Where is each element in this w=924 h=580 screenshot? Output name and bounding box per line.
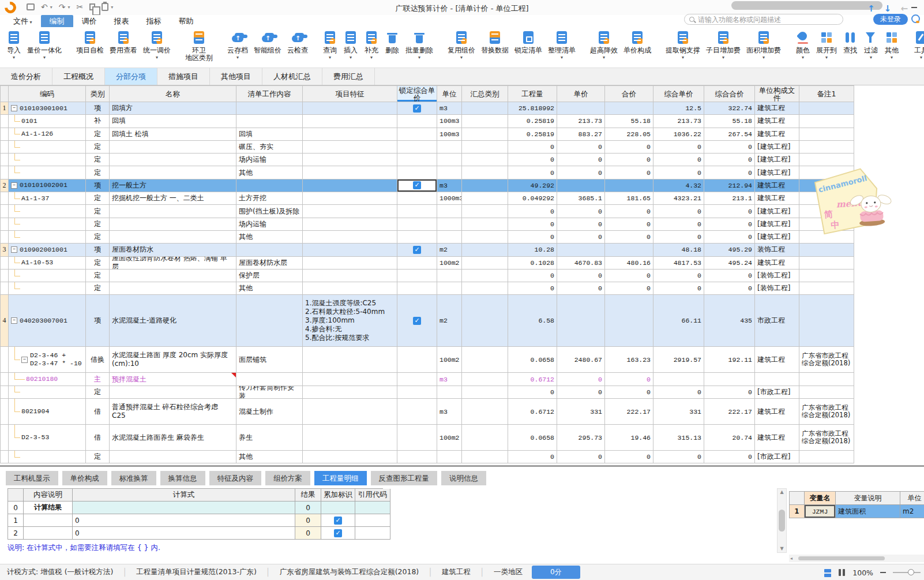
cell-quantity[interactable]: 0 <box>508 166 557 179</box>
cell-work-content[interactable]: 其他 <box>236 451 303 463</box>
toolbar-button-organize-list[interactable]: 整理清单▾ <box>545 30 579 60</box>
cell-summary-category[interactable] <box>462 141 508 154</box>
cell-type[interactable]: 借 <box>86 425 110 451</box>
move-down-icon[interactable]: ↓ <box>884 3 892 14</box>
cell-work-content[interactable]: 其他 <box>236 166 303 179</box>
toolbar-button-quantity-price-integration[interactable]: 量价一体化▾ <box>24 30 65 60</box>
tab-其他项目[interactable]: 其他项目 <box>210 68 262 85</box>
cell-code[interactable] <box>9 205 86 218</box>
cell-work-content[interactable]: 混凝土制作 <box>236 399 303 425</box>
cell-composition-file[interactable]: [建筑工程] <box>755 141 799 154</box>
cell-reference-code[interactable] <box>355 502 390 514</box>
cell-feature[interactable]: 1.混凝土强度等级:C25 2.石料最大粒径:5-40mm 3.厚度:100mm… <box>303 295 397 347</box>
expand-collapse-icon[interactable]: − <box>11 105 17 111</box>
cell-feature[interactable] <box>303 244 397 256</box>
cell-total-price[interactable] <box>605 244 653 256</box>
toolbar-button-extract-steel-support[interactable]: 提取钢支撑▾ <box>663 30 703 60</box>
cell-formula[interactable]: 0 <box>73 514 295 527</box>
cell-unit-price[interactable]: 0 <box>557 386 605 399</box>
cell-quantity[interactable]: 0.0658 <box>508 347 557 373</box>
cell-type[interactable]: 定 <box>86 218 110 231</box>
cell-comp-unit-price[interactable]: 2919.57 <box>653 347 704 373</box>
cell-result[interactable]: 0 <box>295 527 321 540</box>
cell-total-price[interactable]: 222.17 <box>605 399 653 425</box>
column-header-综合单价[interactable]: 综合单价 <box>653 86 704 102</box>
cell-comp-unit-price[interactable]: 48.18 <box>653 244 704 256</box>
cell-comp-total-price[interactable]: 0 <box>704 154 755 166</box>
cell-row-number[interactable] <box>1 282 9 295</box>
cell-summary-category[interactable] <box>462 218 508 231</box>
cell-formula[interactable] <box>73 502 295 514</box>
toolbar-button-cloud-check[interactable]: 云检查 <box>284 30 311 55</box>
cell-work-content[interactable]: 场内运输 <box>236 154 303 166</box>
column-header-工程量[interactable]: 工程量 <box>508 86 557 102</box>
cell-composition-file[interactable]: 建筑工程 <box>755 257 799 270</box>
cell-type[interactable]: 定 <box>86 270 110 282</box>
cell-quantity[interactable]: 0.049292 <box>508 192 557 205</box>
cell-total-price[interactable]: 0 <box>605 205 653 218</box>
tab-人材机汇总[interactable]: 人材机汇总 <box>262 68 322 85</box>
cell-lock-price[interactable] <box>397 205 437 218</box>
cell-composition-file[interactable]: 建筑工程 <box>755 115 799 128</box>
cell-unit[interactable]: m2 <box>437 244 462 256</box>
cell-unit[interactable] <box>437 282 462 295</box>
cell-type[interactable]: 项 <box>86 179 110 192</box>
cell-name[interactable] <box>110 451 236 463</box>
cell-unit-price[interactable]: 4670.83 <box>557 257 605 270</box>
cell-name[interactable] <box>110 386 236 399</box>
cell-composition-file[interactable]: [建筑工程] <box>755 218 799 231</box>
cell-type[interactable]: 定 <box>86 386 110 399</box>
cell-composition-file[interactable]: 建筑工程 <box>755 347 799 373</box>
cell-comp-unit-price[interactable]: 0 <box>653 451 704 463</box>
cell-name[interactable] <box>110 218 236 231</box>
cell-composition-file[interactable]: 建筑工程 <box>755 102 799 115</box>
cell-quantity[interactable]: 0.25819 <box>508 115 557 128</box>
cell-composition-file[interactable]: [建筑工程] <box>755 205 799 218</box>
cell-total-price[interactable]: 0 <box>605 231 653 244</box>
toolbar-button-batch-delete[interactable]: 批量删除▾ <box>403 30 436 60</box>
cell-unit-price[interactable] <box>557 102 605 115</box>
cell-row-number[interactable] <box>1 373 9 386</box>
cell-comp-unit-price[interactable]: 4323.21 <box>653 192 704 205</box>
cell-lock-price[interactable] <box>397 270 437 282</box>
menu-指标[interactable]: 指标 <box>138 15 170 28</box>
cell-name[interactable] <box>110 205 236 218</box>
cell-unit[interactable]: m3 <box>437 179 462 192</box>
cell-row-number[interactable]: 2 <box>8 527 24 540</box>
cell-total-price[interactable]: 0 <box>605 373 653 386</box>
cell-summary-category[interactable] <box>462 257 508 270</box>
cell-row-number[interactable] <box>1 270 9 282</box>
column-header-合价[interactable]: 合价 <box>605 86 653 102</box>
menu-调价[interactable]: 调价 <box>73 15 106 28</box>
cell-code[interactable] <box>9 166 86 179</box>
variable-column-单位[interactable]: 单位 <box>900 492 924 505</box>
cell-composition-file[interactable]: 建筑工程 <box>755 399 799 425</box>
toolbar-button-unit-price-composition[interactable]: 单价构成 <box>621 30 654 55</box>
cell-formula[interactable]: 0 <box>73 527 295 540</box>
column-header-单位构成文件[interactable]: 单位构成文件 <box>755 86 799 102</box>
toolbar-button-replace-data[interactable]: 替换数据 <box>478 30 512 55</box>
cell-feature[interactable] <box>303 179 397 192</box>
cell-name[interactable]: 普通预拌混凝土 碎石粒径综合考虑 C25 <box>110 399 236 425</box>
cell-remark[interactable] <box>799 451 854 463</box>
cell-unit-price[interactable]: 883.27 <box>557 128 605 141</box>
scroll-down-icon[interactable]: ▼ <box>780 547 783 551</box>
cell-name[interactable]: 水泥混凝土-道路硬化 <box>110 295 236 347</box>
cell-remark[interactable] <box>799 128 854 141</box>
cell-comp-total-price[interactable]: 0 <box>704 386 755 399</box>
cell-comp-total-price[interactable]: 0 <box>704 205 755 218</box>
cell-type[interactable]: 项 <box>86 244 110 256</box>
cell-type[interactable]: 定 <box>86 192 110 205</box>
cell-name[interactable]: 挖一般土方 <box>110 179 236 192</box>
cell-work-content[interactable]: 保护层 <box>236 270 303 282</box>
cell-name[interactable] <box>110 141 236 154</box>
cell-feature[interactable] <box>303 205 397 218</box>
toolbar-button-insert[interactable]: 插入▾ <box>340 30 361 60</box>
cell-lock-price[interactable] <box>397 386 437 399</box>
move-up-icon[interactable]: ↑ <box>867 3 875 14</box>
cell-total-price[interactable] <box>605 179 653 192</box>
cell-code[interactable] <box>9 386 86 399</box>
cell-lock-price[interactable] <box>397 282 437 295</box>
checkbox-checked-icon[interactable]: ✓ <box>413 317 421 325</box>
cell-unit-price[interactable]: 0 <box>557 373 605 386</box>
